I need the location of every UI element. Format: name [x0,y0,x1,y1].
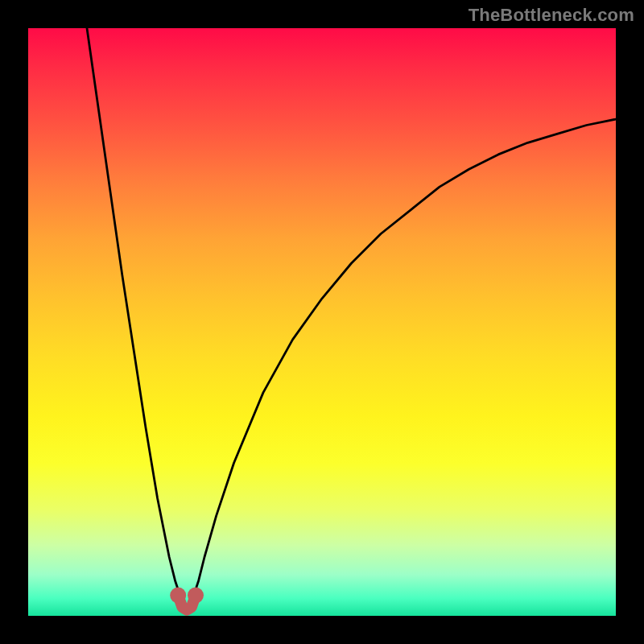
optimal-region-dot-left [170,588,186,604]
plot-area [28,28,616,616]
watermark-label: TheBottleneck.com [469,5,634,26]
curve-layer [28,28,616,616]
bottleneck-curve [87,28,616,610]
chart-frame: TheBottleneck.com [0,0,644,644]
optimal-region-dot-right [188,588,204,604]
